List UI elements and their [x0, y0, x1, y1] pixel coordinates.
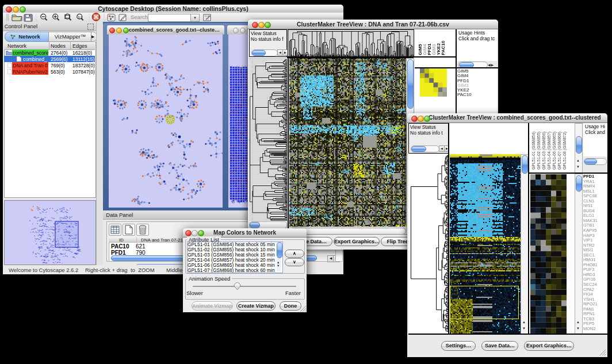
svg-text:GPL51-02 (GSM855): GPL51-02 (GSM855)	[537, 132, 541, 170]
svg-text:PAC10: PAC10	[441, 40, 446, 55]
svg-text:1:1: 1:1	[78, 16, 83, 19]
svg-text:GPL51-03 (GSM856): GPL51-03 (GSM856)	[542, 132, 546, 170]
svg-text:GPL51-06 (GSM865): GPL51-06 (GSM865)	[552, 132, 557, 170]
svg-text:GPL51-01 (GSM854): GPL51-01 (GSM854)	[531, 132, 536, 170]
svg-text:GPL51-07 (GSM868): GPL51-07 (GSM868)	[557, 132, 562, 170]
svg-text:GPL51-08 (GSM872): GPL51-08 (GSM872)	[563, 132, 567, 170]
svg-text:GPL51-04 (GSM857): GPL51-04 (GSM857)	[547, 132, 552, 170]
